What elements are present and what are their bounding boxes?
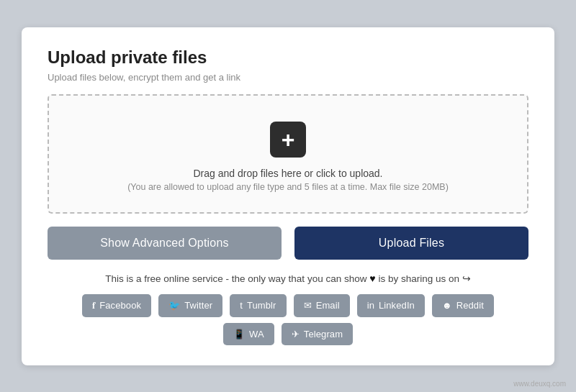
twitter-label: Twitter: [184, 300, 212, 311]
dropzone[interactable]: + Drag and drop files here or click to u…: [48, 94, 528, 214]
telegram-icon: ✈: [292, 329, 300, 339]
share-text-before: This is a free online service - the only…: [105, 273, 366, 284]
telegram-button[interactable]: ✈ Telegram: [282, 323, 353, 345]
tumblr-icon: t: [240, 300, 243, 311]
share-text: This is a free online service - the only…: [48, 273, 528, 284]
whatsapp-button[interactable]: 📱 WA: [223, 323, 274, 345]
page-subtitle: Upload files below, encrypt them and get…: [48, 72, 528, 83]
tumblr-button[interactable]: t Tumblr: [230, 294, 286, 317]
twitter-button[interactable]: 🐦 Twitter: [158, 294, 222, 317]
upload-files-button[interactable]: Upload Files: [294, 227, 528, 260]
facebook-button[interactable]: 𝐟 Facebook: [82, 294, 151, 317]
page-title: Upload private files: [48, 47, 528, 68]
watermark: www.deuxq.com: [513, 380, 566, 388]
share-text-after: is by sharing us on: [378, 273, 459, 284]
heart-icon: ♥: [369, 273, 378, 284]
facebook-icon: 𝐟: [92, 300, 95, 311]
twitter-icon: 🐦: [168, 300, 180, 311]
reddit-button[interactable]: ☻ Reddit: [432, 294, 494, 317]
social-buttons-row1: 𝐟 Facebook 🐦 Twitter t Tumblr ✉ Email in…: [48, 294, 528, 317]
dropzone-sub-text: (You are allowed to upload any file type…: [63, 182, 513, 192]
reddit-label: Reddit: [456, 300, 484, 311]
share-arrow-icon: ↪: [462, 273, 471, 284]
linkedin-icon: in: [367, 300, 374, 311]
email-icon: ✉: [304, 300, 312, 311]
action-buttons-row: Show Advanced Options Upload Files: [48, 227, 528, 260]
dropzone-main-text: Drag and drop files here or click to upl…: [63, 168, 513, 179]
tumblr-label: Tumblr: [247, 300, 276, 311]
linkedin-label: LinkedIn: [379, 300, 415, 311]
email-button[interactable]: ✉ Email: [294, 294, 350, 317]
upload-plus-icon: +: [270, 122, 306, 158]
main-card: Upload private files Upload files below,…: [22, 27, 554, 365]
social-buttons-row2: 📱 WA ✈ Telegram: [48, 323, 528, 345]
facebook-label: Facebook: [99, 300, 141, 311]
show-advanced-options-button[interactable]: Show Advanced Options: [48, 227, 282, 260]
whatsapp-icon: 📱: [233, 329, 245, 339]
linkedin-button[interactable]: in LinkedIn: [357, 294, 425, 317]
whatsapp-label: WA: [249, 329, 264, 339]
telegram-label: Telegram: [304, 329, 343, 339]
email-label: Email: [316, 300, 340, 311]
reddit-icon: ☻: [442, 300, 452, 311]
